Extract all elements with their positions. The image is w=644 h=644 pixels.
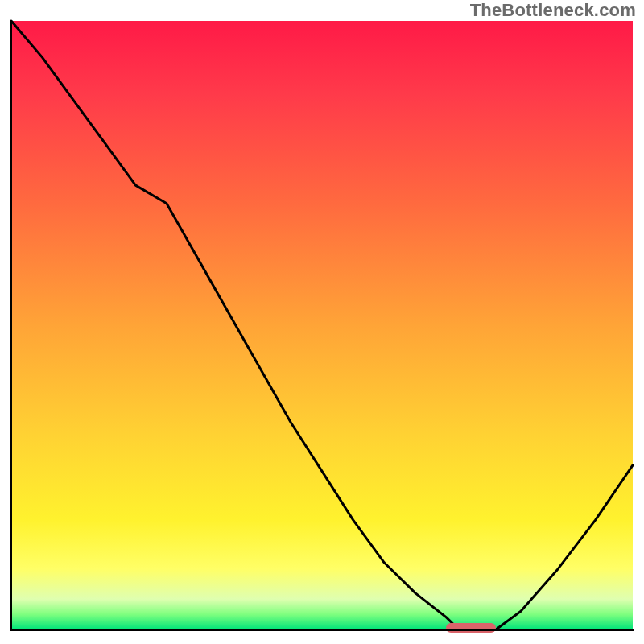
bottleneck-curve (11, 21, 633, 630)
bottleneck-chart: TheBottleneck.com (0, 0, 644, 644)
curve-path (11, 21, 633, 630)
y-axis (10, 21, 12, 630)
plot-area (11, 21, 633, 630)
watermark-text: TheBottleneck.com (470, 0, 636, 21)
optimal-marker (446, 623, 496, 633)
x-axis (10, 629, 634, 631)
